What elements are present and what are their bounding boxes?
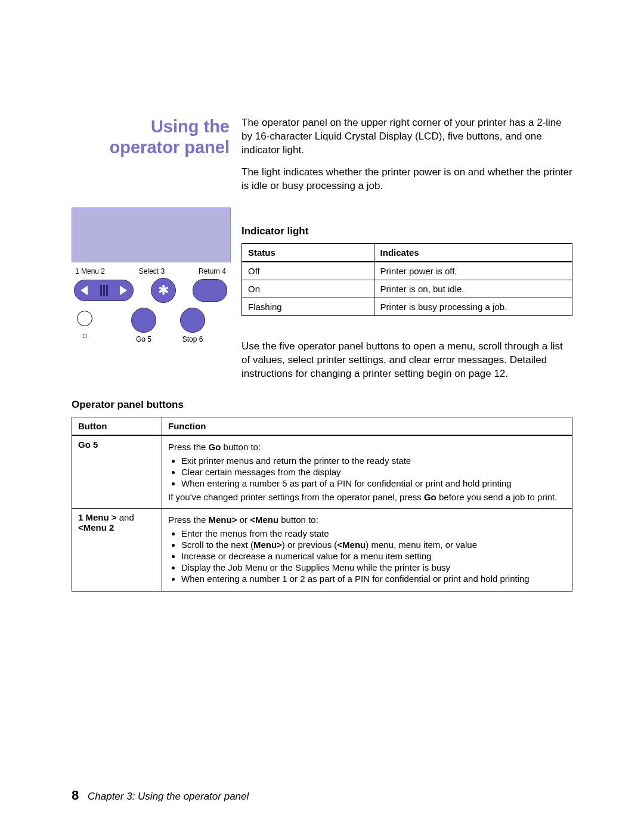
text: before you send a job to print.: [436, 492, 558, 502]
go-col: Go 5: [131, 308, 156, 343]
list-item: Clear certain messages from the display: [181, 467, 566, 477]
menu-intro: Press the Menu> or <Menu button to:: [168, 515, 566, 525]
text: If you've changed printer settings from …: [168, 492, 424, 502]
cell-status: Off: [242, 262, 374, 280]
bars-icon: [100, 285, 108, 296]
label-menu: 1 Menu 2: [75, 267, 105, 275]
right-column: Indicator light Status Indicates Off Pri…: [242, 208, 572, 381]
go-list: Exit printer menus and return the printe…: [168, 456, 566, 488]
title-line2: operator panel: [110, 138, 230, 157]
button-row-1: ✱: [72, 278, 230, 303]
star-icon: ✱: [158, 283, 169, 298]
text: and: [117, 512, 134, 522]
light-circle-icon: [77, 311, 92, 326]
text: Scroll to the next (: [181, 540, 253, 550]
label-select: Select 3: [139, 267, 165, 275]
list-item: When entering a number 1 or 2 as part of…: [181, 574, 566, 584]
go-stop-group: Go 5 Stop 6: [131, 308, 205, 343]
bold-text: <Menu: [337, 540, 366, 550]
menu-button-icon: [74, 280, 134, 301]
bold-text: <Menu 2: [78, 522, 114, 532]
label-stop: Stop 6: [182, 335, 203, 343]
table-row: Flashing Printer is busy processing a jo…: [242, 298, 572, 315]
indicator-table: Status Indicates Off Printer power is of…: [242, 243, 572, 316]
text: ) or previous (: [282, 540, 338, 550]
bold-text: 1 Menu >: [78, 512, 117, 522]
bold-text: <Menu: [250, 515, 278, 525]
title-line1: Using the: [151, 117, 230, 136]
cell-status: Flashing: [242, 298, 374, 315]
buttons-section: Operator panel buttons Button Function G…: [72, 399, 572, 592]
text: button to:: [221, 442, 261, 452]
go-tail: If you've changed printer settings from …: [168, 492, 566, 502]
stop-col: Stop 6: [180, 308, 205, 343]
cell-status: On: [242, 280, 374, 298]
header-row: Using the operator panel The operator pa…: [72, 116, 572, 202]
bold-text: Go: [424, 492, 436, 502]
intro-p1: The operator panel on the upper right co…: [242, 116, 572, 157]
function-menu: Press the Menu> or <Menu button to: Ente…: [162, 508, 572, 591]
table-row: Off Printer power is off.: [242, 262, 572, 280]
list-item: Scroll to the next (Menu>) or previous (…: [181, 540, 566, 550]
buttons-heading: Operator panel buttons: [72, 399, 572, 411]
text: Press the: [168, 515, 209, 525]
table-row: On Printer is on, but idle.: [242, 280, 572, 298]
indicator-heading: Indicator light: [242, 225, 572, 237]
list-item: Increase or decrease a numerical value f…: [181, 551, 566, 561]
indicator-light-col: ☼: [74, 311, 95, 340]
cell-indicates: Printer is busy processing a job.: [374, 298, 572, 315]
button-name-menu: 1 Menu > and <Menu 2: [72, 508, 162, 591]
triangle-right-icon: [120, 286, 127, 295]
col-button: Button: [72, 417, 162, 435]
bold-text: Go: [209, 442, 221, 452]
text: button to:: [278, 515, 318, 525]
text: ) menu, menu item, or value: [366, 540, 477, 550]
text: Press the: [168, 442, 209, 452]
triangle-left-icon: [80, 286, 88, 295]
stop-button-icon: [180, 308, 205, 333]
intro-p2: The light indicates whether the printer …: [242, 166, 572, 193]
table-row: 1 Menu > and <Menu 2 Press the Menu> or …: [72, 508, 572, 591]
bold-text: Menu>: [209, 515, 237, 525]
button-labels-row: 1 Menu 2 Select 3 Return 4: [72, 267, 230, 278]
chapter-title: Chapter 3: Using the operator panel: [88, 791, 249, 802]
operator-panel-diagram: 1 Menu 2 Select 3 Return 4 ✱: [72, 208, 242, 343]
list-item: Enter the menus from the ready state: [181, 528, 566, 538]
table-row: Go 5 Press the Go button to: Exit printe…: [72, 435, 572, 509]
page-number: 8: [72, 788, 79, 803]
col-indicates: Indicates: [374, 243, 572, 262]
text: or: [237, 515, 250, 525]
col-status: Status: [242, 243, 374, 262]
label-return: Return 4: [199, 267, 226, 275]
col-function: Function: [162, 417, 572, 435]
cell-indicates: Printer is on, but idle.: [374, 280, 572, 298]
function-go: Press the Go button to: Exit printer men…: [162, 435, 572, 509]
list-item: Exit printer menus and return the printe…: [181, 456, 566, 466]
button-row-2: ☼ Go 5 Stop 6: [72, 303, 230, 343]
page: Using the operator panel The operator pa…: [0, 0, 644, 833]
page-footer: 8 Chapter 3: Using the operator panel: [72, 788, 249, 803]
cell-indicates: Printer power is off.: [374, 262, 572, 280]
usage-text: Use the five operator panel buttons to o…: [242, 340, 572, 381]
return-button-icon: [193, 279, 227, 302]
button-name-go: Go 5: [72, 435, 162, 509]
lcd-screen: [72, 208, 231, 262]
go-button-icon: [131, 308, 156, 333]
label-go: Go 5: [136, 335, 151, 343]
intro-text: The operator panel on the upper right co…: [242, 116, 572, 202]
section-title: Using the operator panel: [72, 116, 242, 158]
bold-text: Menu>: [253, 540, 282, 550]
buttons-table: Button Function Go 5 Press the Go button…: [72, 417, 572, 592]
bulb-icon: ☼: [80, 330, 89, 340]
menu-list: Enter the menus from the ready state Scr…: [168, 528, 566, 584]
list-item: Display the Job Menu or the Supplies Men…: [181, 562, 566, 572]
go-intro: Press the Go button to:: [168, 442, 566, 452]
select-button-icon: ✱: [151, 278, 176, 303]
mid-row: 1 Menu 2 Select 3 Return 4 ✱: [72, 208, 572, 381]
list-item: When entering a number 5 as part of a PI…: [181, 478, 566, 488]
